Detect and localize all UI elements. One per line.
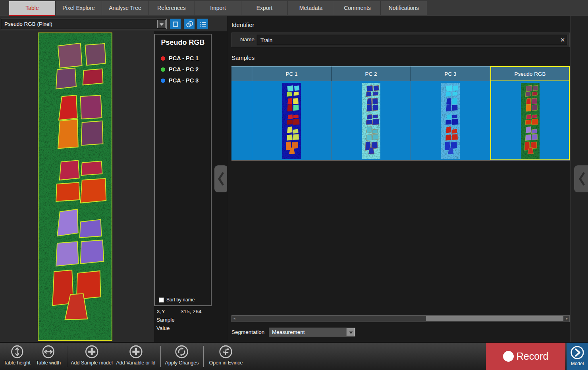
column-header-pseudo-rgb[interactable]: Pseudo RGB [490, 66, 570, 81]
tab-export[interactable]: Export [241, 1, 287, 15]
toolbar-divider [67, 346, 67, 367]
tab-references[interactable]: References [148, 1, 195, 15]
main-tab-bar: Table Pixel Explore Analyse Tree Referen… [0, 0, 588, 16]
sample-cell-pc2[interactable] [332, 81, 411, 160]
dropdown-arrow-button[interactable] [157, 20, 166, 28]
legend-color-green-dot [160, 67, 166, 72]
chevron-left-icon [577, 169, 587, 188]
legend-color-red-dot [160, 56, 166, 61]
toolbar-divider [203, 346, 204, 367]
tab-table[interactable]: Table [9, 1, 55, 15]
add-icon [85, 345, 98, 358]
record-button[interactable]: Record [486, 343, 565, 370]
list-view-icon [199, 20, 207, 29]
apply-changes-button[interactable]: Apply Changes [165, 345, 199, 366]
expand-right-panel-handle[interactable] [574, 165, 588, 192]
model-label: Model [567, 361, 588, 366]
readout-sample-label: Sample [156, 317, 175, 323]
pseudo-rgb-thumbnail [521, 83, 540, 159]
legend-panel: Pseudo RGB PCA - PC 1 PCA - PC 2 PCA - P… [154, 34, 212, 306]
record-label: Record [517, 351, 549, 362]
tab-notifications[interactable]: Notifications [380, 1, 427, 15]
sample-cell-pseudo-rgb[interactable] [490, 81, 570, 160]
tab-import[interactable]: Import [195, 1, 241, 15]
open-in-evince-label: Open in Evince [209, 360, 243, 366]
apply-changes-label: Apply Changes [165, 360, 199, 366]
sort-by-name-checkbox[interactable] [159, 297, 164, 303]
sample-cell-pc3[interactable] [411, 81, 490, 160]
legend-item-pc3: PCA - PC 3 [160, 77, 199, 84]
select-box-button[interactable] [170, 19, 181, 29]
model-button[interactable]: Model [567, 343, 588, 370]
table-height-button[interactable]: Table height [4, 345, 30, 366]
scrollbar-thumb[interactable] [426, 316, 563, 321]
clear-name-icon[interactable]: ✕ [559, 36, 566, 44]
link-views-icon [185, 20, 194, 29]
readout-xy-label: X,Y [156, 309, 165, 314]
pc1-thumbnail [282, 83, 301, 159]
table-width-icon [42, 345, 55, 358]
tab-comments[interactable]: Comments [334, 1, 380, 15]
legend-title: Pseudo RGB [155, 38, 211, 47]
collapse-left-panel-handle[interactable] [214, 165, 228, 192]
column-header-pc2[interactable]: PC 2 [332, 66, 411, 81]
sample-cell-index[interactable] [231, 81, 252, 160]
legend-item-pc1: PCA - PC 1 [160, 54, 199, 62]
pseudo-rgb-image[interactable] [38, 33, 112, 341]
dropdown-arrow-button[interactable] [347, 328, 355, 336]
segmentation-label: Segmentation [231, 329, 264, 335]
tab-metadata[interactable]: Metadata [287, 1, 334, 15]
name-input[interactable] [257, 35, 567, 45]
samples-header-row: PC 1 PC 2 PC 3 Pseudo RGB [231, 66, 570, 81]
view-select-dropdown[interactable]: Pseudo RGB (Pixel) [1, 19, 167, 29]
bottom-toolbar: Table height Table width Add Sample mode… [0, 342, 588, 370]
readout-xy-value: 315, 264 [181, 309, 202, 314]
scroll-left-icon[interactable]: ◂ [233, 316, 235, 320]
samples-heading: Samples [231, 54, 254, 61]
sample-row[interactable] [231, 81, 570, 161]
legend-item-pc2: PCA - PC 2 [160, 65, 199, 73]
add-sample-model-button[interactable]: Add Sample model [71, 345, 113, 366]
table-height-icon [10, 345, 24, 358]
pixel-readout: X,Y315, 264 Sample Value [156, 309, 220, 334]
column-header-pc1[interactable]: PC 1 [252, 66, 332, 81]
table-height-label: Table height [4, 360, 30, 366]
readout-value-label: Value [156, 325, 170, 331]
open-in-evince-button[interactable]: Open in Evince [209, 345, 243, 366]
sort-by-name-label: Sort by name [166, 297, 195, 303]
identifier-samples-panel: Identifier Name ✕ Samples PC 1 PC 2 PC 3… [227, 16, 571, 342]
segmentation-value: Measurement [272, 329, 305, 335]
view-select-value: Pseudo RGB (Pixel) [4, 21, 52, 27]
identifier-name-box: Name ✕ [231, 33, 570, 47]
view-toolbar: Pseudo RGB (Pixel) [0, 16, 227, 31]
application-window: Table Pixel Explore Analyse Tree Referen… [0, 0, 588, 370]
chevron-down-icon [160, 23, 164, 26]
select-box-icon [171, 20, 180, 29]
name-label: Name [240, 36, 254, 42]
add-variable-or-id-button[interactable]: Add Variable or Id [116, 345, 155, 366]
samples-table: PC 1 PC 2 PC 3 Pseudo RGB [231, 66, 570, 161]
identifier-heading: Identifier [231, 21, 254, 28]
record-dot-icon [503, 351, 514, 362]
chevron-left-icon [216, 169, 226, 188]
add-sample-model-label: Add Sample model [71, 360, 113, 366]
tab-pixel-explore[interactable]: Pixel Explore [55, 1, 102, 15]
column-header-row-index[interactable] [231, 66, 252, 81]
legend-item-label: PCA - PC 2 [169, 66, 199, 73]
table-width-button[interactable]: Table width [36, 345, 61, 366]
segmentation-dropdown[interactable]: Measurement [269, 328, 355, 337]
legend-item-label: PCA - PC 1 [169, 55, 199, 61]
samples-horizontal-scrollbar[interactable]: ◂ ▸ [231, 315, 570, 322]
tab-analyse-tree[interactable]: Analyse Tree [102, 1, 148, 15]
sample-cell-pc1[interactable] [252, 81, 332, 160]
list-view-button[interactable] [197, 19, 208, 29]
link-views-button[interactable] [184, 19, 195, 29]
pc3-thumbnail [441, 83, 460, 159]
legend-item-label: PCA - PC 3 [169, 77, 199, 84]
scroll-right-icon[interactable]: ▸ [566, 316, 568, 320]
chevron-down-icon [349, 332, 353, 334]
specimen-image [39, 33, 112, 340]
column-header-pc3[interactable]: PC 3 [411, 66, 490, 81]
refresh-icon [175, 345, 189, 358]
chevron-right-circle-icon [570, 345, 585, 360]
